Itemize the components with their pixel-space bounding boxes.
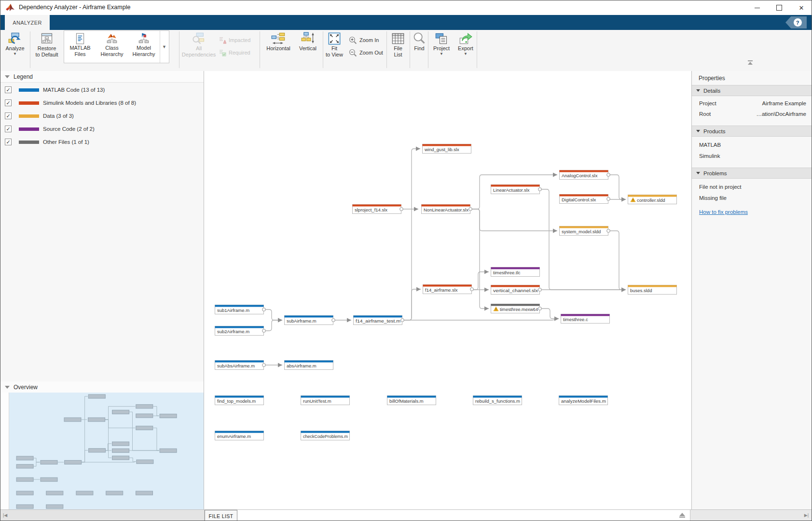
export-button[interactable]: Export ▼ xyxy=(455,31,476,56)
graph-node[interactable]: f14_airframe.slx xyxy=(423,285,474,294)
how-to-fix-problems-link[interactable]: How to fix problems xyxy=(699,209,748,215)
zoom-out-button[interactable]: Zoom Out xyxy=(349,47,383,58)
graph-node[interactable]: sub2Airframe.m xyxy=(215,326,266,336)
fit-to-view-icon xyxy=(328,32,341,45)
minimap-node xyxy=(16,465,33,468)
matlab-files-icon xyxy=(74,32,86,45)
legend-label-source-code: Source Code (2 of 2) xyxy=(43,126,95,132)
ribbon-separator xyxy=(30,31,30,68)
graph-edge xyxy=(264,310,282,320)
product-matlab: MATLAB xyxy=(699,142,806,148)
output-port xyxy=(469,208,472,211)
graph-node[interactable]: AnalogControl.slx xyxy=(560,170,610,180)
details-section-header[interactable]: Details xyxy=(692,85,812,96)
graph-node[interactable]: wind_gust_lib.slx xyxy=(423,144,471,154)
graph-node[interactable]: vertical_channel.slx xyxy=(491,285,542,295)
minimap-node xyxy=(136,405,153,408)
ribbon-separator xyxy=(410,31,410,68)
help-button[interactable]: ? xyxy=(785,16,807,28)
graph-node[interactable]: slproject_f14.slx xyxy=(353,205,403,214)
legend-checkbox-matlab-code[interactable]: ✓ xyxy=(5,86,12,93)
output-port xyxy=(538,288,541,291)
legend-header[interactable]: Legend xyxy=(0,71,204,83)
graph-node[interactable]: buses.sldd xyxy=(628,285,677,295)
graph-node[interactable]: timesthree.mexw64 xyxy=(491,304,542,313)
legend-checkbox-source-code[interactable]: ✓ xyxy=(5,126,12,132)
dependency-graph-canvas[interactable]: wind_gust_lib.slxAnalogControl.slxLinear… xyxy=(204,71,691,509)
graph-node[interactable]: system_model.sldd xyxy=(560,226,610,236)
legend-item-simulink: ✓ Simulink Models and Libraries (8 of 8) xyxy=(0,98,136,108)
graph-edge xyxy=(264,320,282,331)
graph-node[interactable]: timesthree.tlc xyxy=(491,268,540,277)
graph-node[interactable]: enumAirframe.m xyxy=(215,431,264,440)
graph-node[interactable]: DigitalControl.slx xyxy=(560,195,610,204)
model-hierarchy-icon xyxy=(138,32,150,45)
overview-header[interactable]: Overview xyxy=(0,381,204,393)
properties-panel: Properties Details Project Airframe Exam… xyxy=(691,71,812,509)
model-hierarchy-view-button[interactable]: Model Hierarchy xyxy=(128,31,160,63)
graph-node[interactable]: find_top_models.m xyxy=(215,396,264,405)
expand-panel-icon[interactable] xyxy=(679,513,686,519)
graph-node[interactable]: timesthree.c xyxy=(561,314,610,324)
output-port xyxy=(607,229,610,232)
restore-to-default-button[interactable]: Restore to Default xyxy=(31,31,62,58)
overview-minimap[interactable] xyxy=(9,393,204,509)
graph-node[interactable]: subAirframe.m xyxy=(285,316,335,325)
minimap-node xyxy=(112,449,129,452)
views-gallery-dropdown[interactable]: ▼ xyxy=(160,31,168,63)
graph-node[interactable]: f14_airframe_test.m xyxy=(354,316,404,325)
zoom-out-label: Zoom Out xyxy=(359,50,383,56)
class-hierarchy-view-button[interactable]: Class Hierarchy xyxy=(96,31,128,63)
graph-node[interactable]: sub1Airframe.m xyxy=(215,305,266,314)
graph-node[interactable]: billOfMaterials.m xyxy=(387,396,436,405)
root-row: Root …ation\DocAirframe xyxy=(699,111,806,117)
svg-text:wind_gust_lib.slx: wind_gust_lib.slx xyxy=(424,147,459,152)
scroll-left-icon[interactable]: |◀ xyxy=(3,513,7,518)
problems-section-header[interactable]: Problems xyxy=(692,168,812,179)
status-scrollbar-left[interactable]: |◀ xyxy=(0,510,205,521)
status-scrollbar-right[interactable]: ▶| xyxy=(690,510,812,521)
graph-node[interactable]: NonLinearActuator.slx xyxy=(422,205,472,214)
legend-checkbox-data[interactable]: ✓ xyxy=(5,113,12,119)
graph-node[interactable]: runUnitTest.m xyxy=(301,396,350,405)
fit-to-view-button[interactable]: Fit to View xyxy=(323,31,346,58)
minimap-node xyxy=(88,418,105,422)
graph-node[interactable]: rebuild_s_functions.m xyxy=(473,396,522,405)
graph-node[interactable]: subAbsAirframe.m xyxy=(215,361,266,370)
required-label: Required xyxy=(229,50,250,56)
graph-node[interactable]: LinearActuator.slx xyxy=(491,185,542,194)
matlab-files-view-button[interactable]: MATLAB Files xyxy=(64,31,96,63)
minimap-edge xyxy=(34,458,40,462)
graph-node[interactable]: checkCodeProblems.m xyxy=(301,431,350,440)
maximize-button[interactable] xyxy=(768,0,790,15)
minimize-button[interactable] xyxy=(746,0,768,15)
svg-text:system_model.sldd: system_model.sldd xyxy=(562,229,601,234)
problem-2-label: Missing file xyxy=(699,195,727,201)
graph-node[interactable]: analyzeModelFiles.m xyxy=(559,396,608,405)
status-bar: |◀ FILE LIST ▶| xyxy=(0,509,812,521)
close-button[interactable]: ✕ xyxy=(790,0,812,15)
project-button[interactable]: Project ▼ xyxy=(430,31,453,56)
ribbon-toolbar: Analyze ▼ ANALYZE Restore to Default xyxy=(0,30,812,71)
legend-checkbox-other-files[interactable]: ✓ xyxy=(5,139,12,145)
file-list-button[interactable]: File List xyxy=(388,31,408,58)
scroll-right-icon[interactable]: ▶| xyxy=(804,513,809,518)
legend-checkbox-simulink[interactable]: ✓ xyxy=(5,99,12,106)
graph-node[interactable]: absAirframe.m xyxy=(285,361,333,370)
zoom-in-button[interactable]: Zoom In xyxy=(349,35,379,45)
products-section-header[interactable]: Products xyxy=(692,126,812,137)
impacted-button: Impacted xyxy=(219,35,250,45)
project-label: Project xyxy=(699,100,716,106)
analyze-button[interactable]: Analyze ▼ xyxy=(3,31,27,56)
fit-to-view-label1: Fit xyxy=(331,45,337,52)
file-list-tab[interactable]: FILE LIST xyxy=(205,510,237,521)
analyze-caret-icon: ▼ xyxy=(13,52,17,56)
tab-analyzer[interactable]: ANALYZER xyxy=(5,15,50,30)
find-button[interactable]: Find xyxy=(411,31,428,52)
legend-collapse-icon xyxy=(5,75,10,78)
horizontal-layout-button[interactable]: Horizontal xyxy=(263,31,293,52)
vertical-layout-button[interactable]: Vertical xyxy=(295,31,320,52)
collapse-ribbon-button[interactable] xyxy=(746,60,754,67)
svg-text:AnalogControl.slx: AnalogControl.slx xyxy=(562,173,598,178)
graph-node[interactable]: controller.sldd xyxy=(628,195,677,204)
